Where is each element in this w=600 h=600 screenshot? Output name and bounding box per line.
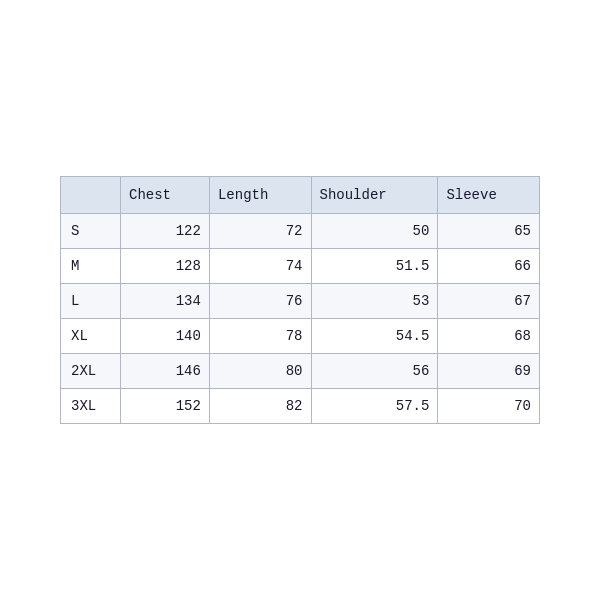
table-header-row: Chest Length Shoulder Sleeve xyxy=(61,177,540,214)
cell-sleeve: 66 xyxy=(438,249,540,284)
cell-sleeve: 65 xyxy=(438,214,540,249)
cell-shoulder: 50 xyxy=(311,214,438,249)
cell-chest: 146 xyxy=(121,354,210,389)
table-row: 3XL1528257.570 xyxy=(61,389,540,424)
cell-chest: 122 xyxy=(121,214,210,249)
cell-sleeve: 67 xyxy=(438,284,540,319)
cell-sleeve: 70 xyxy=(438,389,540,424)
cell-length: 82 xyxy=(209,389,311,424)
table-row: M1287451.566 xyxy=(61,249,540,284)
table-row: S122725065 xyxy=(61,214,540,249)
cell-chest: 128 xyxy=(121,249,210,284)
cell-size: 3XL xyxy=(61,389,121,424)
col-header-chest: Chest xyxy=(121,177,210,214)
cell-shoulder: 57.5 xyxy=(311,389,438,424)
col-header-length: Length xyxy=(209,177,311,214)
cell-chest: 140 xyxy=(121,319,210,354)
table-row: 2XL146805669 xyxy=(61,354,540,389)
cell-length: 78 xyxy=(209,319,311,354)
cell-sleeve: 68 xyxy=(438,319,540,354)
cell-size: XL xyxy=(61,319,121,354)
cell-shoulder: 54.5 xyxy=(311,319,438,354)
cell-sleeve: 69 xyxy=(438,354,540,389)
cell-size: S xyxy=(61,214,121,249)
cell-chest: 152 xyxy=(121,389,210,424)
size-chart-container: Chest Length Shoulder Sleeve S122725065M… xyxy=(60,176,540,424)
cell-length: 74 xyxy=(209,249,311,284)
cell-length: 76 xyxy=(209,284,311,319)
col-header-shoulder: Shoulder xyxy=(311,177,438,214)
cell-size: L xyxy=(61,284,121,319)
table-row: L134765367 xyxy=(61,284,540,319)
col-header-size xyxy=(61,177,121,214)
cell-length: 80 xyxy=(209,354,311,389)
cell-size: 2XL xyxy=(61,354,121,389)
cell-size: M xyxy=(61,249,121,284)
cell-shoulder: 51.5 xyxy=(311,249,438,284)
cell-shoulder: 53 xyxy=(311,284,438,319)
cell-chest: 134 xyxy=(121,284,210,319)
size-chart-table: Chest Length Shoulder Sleeve S122725065M… xyxy=(60,176,540,424)
cell-length: 72 xyxy=(209,214,311,249)
cell-shoulder: 56 xyxy=(311,354,438,389)
col-header-sleeve: Sleeve xyxy=(438,177,540,214)
table-row: XL1407854.568 xyxy=(61,319,540,354)
